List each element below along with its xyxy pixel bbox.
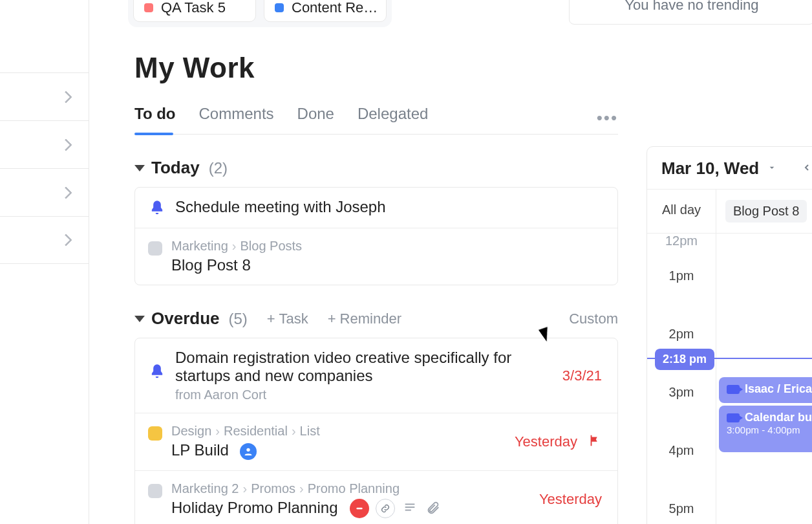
section-header-today[interactable]: Today (2) (134, 158, 618, 178)
reminder-icon (148, 199, 166, 217)
breadcrumb[interactable]: Design› Residential› List (171, 424, 506, 439)
task-row[interactable]: Marketing 2› Promos› Promo Planning Holi… (135, 470, 617, 524)
calendar-date-dropdown-icon[interactable] (763, 160, 781, 178)
allday-event[interactable]: Blog Post 8 (725, 200, 807, 223)
page-title: My Work (134, 52, 618, 84)
add-reminder-button[interactable]: + Reminder (328, 311, 401, 327)
svg-rect-1 (356, 508, 362, 510)
sidebar-row[interactable] (0, 168, 89, 216)
task-row[interactable]: Schedule meeting with Joseph (135, 188, 617, 228)
due-date: 3/3/21 (562, 367, 602, 384)
task-row[interactable]: Marketing› Blog Posts Blog Post 8 (135, 228, 617, 285)
section-count: (2) (209, 159, 228, 177)
task-title: Schedule meeting with Joseph (175, 198, 602, 216)
breadcrumb[interactable]: Marketing› Blog Posts (171, 239, 602, 254)
tab-comments[interactable]: Comments (199, 105, 274, 132)
section-title: Overdue (151, 309, 220, 329)
calendar-header: Mar 10, Wed (647, 158, 812, 189)
task-row[interactable]: Domain registration video creative speci… (135, 338, 617, 413)
task-title: LP Build (171, 441, 506, 460)
due-date: Yesterday (515, 433, 577, 450)
attachment-icon[interactable] (425, 499, 442, 516)
trending-panel: You have no trending (569, 0, 812, 25)
calendar-slot-column[interactable]: Isaac / Erica W Calendar build 3:00pm - … (716, 234, 812, 524)
task-title: Domain registration video creative speci… (175, 349, 553, 385)
svg-point-0 (246, 448, 250, 451)
hour-label: 1pm (647, 246, 716, 305)
task-status-icon[interactable] (148, 484, 162, 498)
current-time-badge: 2:18 pm (655, 349, 714, 370)
hour-label: 12pm (647, 234, 716, 246)
chevron-right-icon (59, 186, 72, 199)
task-from: from Aaron Cort (175, 388, 553, 402)
calendar-event[interactable]: Calendar build 3:00pm - 4:00pm (719, 406, 812, 452)
task-title: Holiday Promo Planning (171, 499, 530, 519)
video-icon (727, 413, 740, 422)
status-dot-icon (275, 3, 284, 12)
tabs: To do Comments Done Delegated ••• (134, 102, 618, 135)
blocked-icon (350, 499, 369, 518)
calendar-panel: Mar 10, Wed All day Blog Post 8 12pm 1pm… (646, 146, 812, 524)
pinned-cards: QA Task 5 Content Re… (128, 0, 392, 27)
tab-todo[interactable]: To do (134, 105, 176, 132)
task-title: Blog Post 8 (171, 256, 602, 274)
calendar-time-column: 12pm 1pm 2pm 3pm 4pm 5pm (647, 234, 716, 524)
status-dot-icon (144, 3, 153, 12)
sidebar-row[interactable] (0, 72, 89, 120)
allday-label: All day (647, 190, 716, 233)
pinned-card-label: QA Task 5 (161, 0, 226, 16)
main-column: My Work To do Comments Done Delegated ••… (134, 52, 618, 524)
sidebar (0, 0, 89, 524)
calendar-body: 12pm 1pm 2pm 3pm 4pm 5pm Isaac / Erica W… (647, 234, 812, 524)
trending-empty-text: You have no trending (625, 0, 758, 13)
pinned-card[interactable]: Content Re… (264, 0, 387, 22)
tab-delegated[interactable]: Delegated (358, 105, 428, 132)
sidebar-row[interactable] (0, 216, 89, 264)
chevron-right-icon (59, 234, 72, 246)
overdue-task-list: Domain registration video creative speci… (134, 338, 618, 524)
pinned-card-label: Content Re… (292, 0, 378, 16)
assignee-avatar-icon[interactable] (240, 443, 257, 460)
calendar-date[interactable]: Mar 10, Wed (661, 158, 759, 179)
due-date: Yesterday (539, 491, 602, 508)
tabs-more-button[interactable]: ••• (597, 108, 618, 128)
breadcrumb[interactable]: Marketing 2› Promos› Promo Planning (171, 481, 530, 496)
reminder-icon (148, 363, 166, 381)
caret-down-icon (134, 316, 145, 322)
task-status-icon[interactable] (148, 426, 162, 441)
hour-label: 5pm (647, 479, 716, 524)
calendar-prev-button[interactable] (798, 160, 812, 178)
chevron-right-icon (59, 138, 72, 151)
section-count: (5) (229, 310, 248, 328)
section-title: Today (151, 158, 200, 178)
hour-label: 3pm (647, 363, 716, 421)
link-icon[interactable] (376, 499, 395, 518)
hour-label: 4pm (647, 421, 716, 479)
caret-down-icon (134, 165, 145, 171)
calendar-event[interactable]: Isaac / Erica W (719, 377, 812, 403)
task-row[interactable]: Design› Residential› List LP Build Yeste… (135, 413, 617, 470)
video-icon (727, 385, 740, 394)
sidebar-row[interactable] (0, 120, 89, 168)
add-task-button[interactable]: + Task (267, 311, 308, 327)
task-status-icon[interactable] (148, 241, 162, 256)
today-task-list: Schedule meeting with Joseph Marketing› … (134, 187, 618, 285)
pinned-card[interactable]: QA Task 5 (133, 0, 256, 22)
tab-done[interactable]: Done (297, 105, 334, 132)
flag-icon[interactable] (588, 433, 602, 450)
chevron-right-icon (59, 91, 72, 104)
custom-sort-button[interactable]: Custom (569, 311, 618, 327)
calendar-allday-row: All day Blog Post 8 (647, 189, 812, 234)
section-header-overdue[interactable]: Overdue (5) + Task + Reminder Custom (134, 309, 618, 329)
description-icon (401, 499, 418, 516)
